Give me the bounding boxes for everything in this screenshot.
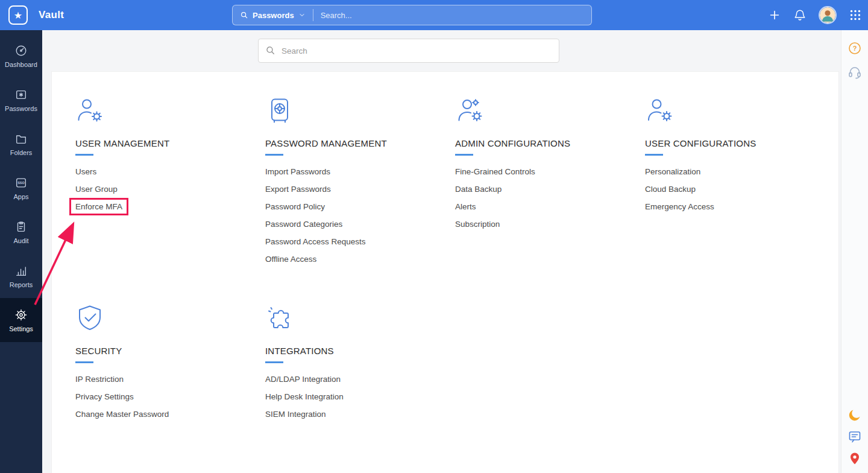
main-content: USER MANAGEMENTUsersUser GroupEnforce MF… [42, 30, 841, 473]
section-links: AD/LDAP IntegrationHelp Desk Integration… [265, 370, 455, 423]
settings-link-fine-grained-controls[interactable]: Fine-Grained Controls [455, 163, 645, 180]
support-headset-icon[interactable] [848, 65, 862, 80]
puzzle-icon [265, 303, 455, 332]
settings-link-enforce-mfa[interactable]: Enforce MFA [69, 198, 128, 215]
settings-link-ip-restriction[interactable]: IP Restriction [75, 370, 265, 388]
grid-icon[interactable] [849, 8, 862, 22]
section-security: SECURITYIP RestrictionPrivacy SettingsCh… [75, 303, 265, 423]
settings-link-password-policy[interactable]: Password Policy [265, 198, 455, 215]
sidebar-item-audit[interactable]: Audit [0, 210, 42, 254]
section-title: SECURITY [75, 346, 265, 356]
sidebar-nav: DashboardPasswordsFoldersSSOAppsAuditRep… [0, 30, 42, 473]
settings-link-subscription[interactable]: Subscription [455, 215, 645, 233]
section-title-underline [645, 154, 663, 156]
sidebar-item-label: Reports [10, 281, 33, 288]
reports-icon [14, 264, 28, 278]
vault-safe-icon [265, 96, 455, 125]
section-links: PersonalizationCloud BackupEmergency Acc… [645, 163, 835, 215]
settings-link-privacy-settings[interactable]: Privacy Settings [75, 388, 265, 405]
dashboard-icon [14, 44, 28, 57]
audit-icon [14, 220, 28, 233]
svg-text:SSO: SSO [17, 181, 25, 185]
night-mode-icon[interactable] [848, 408, 862, 422]
settings-icon [14, 308, 28, 322]
right-rail-top: ? [848, 41, 862, 80]
search-scope-value: Passwords [253, 11, 294, 20]
section-title: USER CONFIGURATIONS [645, 138, 835, 148]
vault-logo-icon[interactable]: ★ [8, 5, 28, 25]
app-title: Vault [39, 9, 64, 21]
admin-gear-icon [455, 96, 645, 125]
settings-link-personalization[interactable]: Personalization [645, 163, 835, 180]
passwords-icon [14, 88, 28, 101]
section-admin-configurations: ADMIN CONFIGURATIONSFine-Grained Control… [455, 96, 645, 233]
settings-link-emergency-access[interactable]: Emergency Access [645, 198, 835, 215]
sidebar-item-label: Settings [9, 325, 33, 332]
sidebar-item-passwords[interactable]: Passwords [0, 78, 42, 122]
settings-link-change-master-password[interactable]: Change Master Password [75, 405, 265, 423]
sidebar-item-label: Audit [13, 237, 28, 244]
section-title-underline [75, 154, 93, 156]
settings-link-users[interactable]: Users [75, 163, 265, 180]
header-actions [768, 0, 862, 30]
bell-icon[interactable] [793, 8, 807, 22]
settings-link-ad-ldap-integration[interactable]: AD/LDAP Integration [265, 370, 455, 388]
search-scope-select[interactable]: Passwords [233, 11, 313, 20]
global-search-bar: Passwords [232, 5, 592, 25]
section-title: INTEGRATIONS [265, 346, 455, 356]
shield-check-icon [75, 303, 265, 332]
sidebar-item-dashboard[interactable]: Dashboard [0, 34, 42, 78]
section-title: USER MANAGEMENT [75, 138, 265, 148]
settings-search [258, 39, 559, 63]
sidebar-item-folders[interactable]: Folders [0, 122, 42, 166]
help-icon[interactable]: ? [848, 41, 862, 56]
settings-link-help-desk-integration[interactable]: Help Desk Integration [265, 388, 455, 405]
settings-link-alerts[interactable]: Alerts [455, 198, 645, 215]
top-header: ★ Vault Passwords [0, 0, 868, 30]
section-title-underline [265, 154, 283, 156]
folders-icon [14, 132, 28, 145]
section-title-underline [75, 361, 93, 363]
settings-link-import-passwords[interactable]: Import Passwords [265, 163, 455, 180]
section-integrations: INTEGRATIONSAD/LDAP IntegrationHelp Desk… [265, 303, 455, 423]
user-gear-icon [75, 96, 265, 125]
settings-card: USER MANAGEMENTUsersUser GroupEnforce MF… [51, 71, 839, 473]
right-rail-bottom [848, 408, 862, 466]
global-search-input[interactable] [313, 5, 591, 25]
settings-grid: USER MANAGEMENTUsersUser GroupEnforce MF… [75, 96, 838, 423]
settings-link-cloud-backup[interactable]: Cloud Backup [645, 180, 835, 198]
section-links: IP RestrictionPrivacy SettingsChange Mas… [75, 370, 265, 423]
user-avatar[interactable] [819, 6, 837, 24]
sidebar-item-reports[interactable]: Reports [0, 254, 42, 298]
section-title-underline [265, 361, 283, 363]
section-user-configurations: USER CONFIGURATIONSPersonalizationCloud … [645, 96, 835, 215]
right-rail: ? [841, 30, 868, 473]
settings-link-password-categories[interactable]: Password Categories [265, 215, 455, 233]
sidebar-item-label: Dashboard [5, 61, 37, 68]
settings-link-export-passwords[interactable]: Export Passwords [265, 180, 455, 198]
user-config-icon [645, 96, 835, 125]
section-user-management: USER MANAGEMENTUsersUser GroupEnforce MF… [75, 96, 265, 215]
search-icon [240, 11, 248, 19]
section-links: UsersUser GroupEnforce MFA [75, 163, 265, 215]
settings-link-user-group[interactable]: User Group [75, 180, 265, 198]
sidebar-item-label: Apps [13, 193, 28, 200]
settings-link-siem-integration[interactable]: SIEM Integration [265, 405, 455, 423]
location-pin-icon[interactable] [848, 451, 862, 466]
sidebar-item-label: Passwords [5, 105, 37, 112]
sidebar-item-apps[interactable]: SSOApps [0, 166, 42, 210]
plus-icon[interactable] [768, 8, 781, 22]
sidebar-item-settings[interactable]: Settings [0, 298, 42, 342]
settings-link-offline-access[interactable]: Offline Access [265, 250, 455, 268]
settings-link-data-backup[interactable]: Data Backup [455, 180, 645, 198]
svg-text:?: ? [853, 45, 857, 52]
content-search-strip [42, 30, 841, 71]
section-title: PASSWORD MANAGEMENT [265, 138, 455, 148]
sidebar-item-label: Folders [10, 149, 33, 156]
section-password-management: PASSWORD MANAGEMENTImport PasswordsExpor… [265, 96, 455, 268]
feedback-chat-icon[interactable] [848, 430, 862, 444]
section-title: ADMIN CONFIGURATIONS [455, 138, 645, 148]
settings-search-input[interactable] [258, 39, 559, 63]
settings-link-password-access-requests[interactable]: Password Access Requests [265, 233, 455, 250]
search-icon [265, 45, 275, 56]
